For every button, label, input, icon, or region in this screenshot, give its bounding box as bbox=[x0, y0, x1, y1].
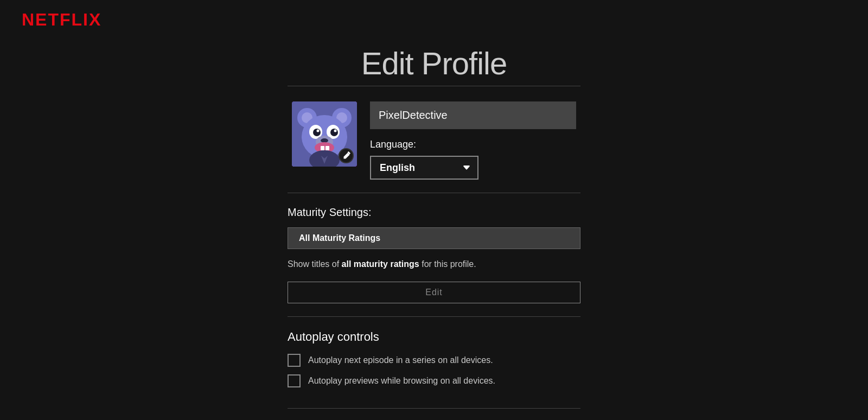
language-select[interactable]: English Spanish French German Portuguese bbox=[370, 156, 478, 180]
maturity-description: Show titles of all maturity ratings for … bbox=[288, 258, 580, 271]
maturity-desc-prefix: Show titles of bbox=[288, 259, 342, 269]
maturity-desc-suffix: for this profile. bbox=[419, 259, 476, 269]
main-content: Edit Profile bbox=[0, 40, 868, 420]
form-fields: Language: English Spanish French German … bbox=[370, 101, 576, 180]
profile-name-input[interactable] bbox=[370, 101, 576, 129]
avatar-container bbox=[292, 101, 357, 167]
maturity-edit-button[interactable]: Edit bbox=[288, 282, 580, 303]
avatar-edit-button[interactable] bbox=[339, 148, 354, 163]
svg-rect-15 bbox=[321, 146, 324, 150]
profile-section: Language: English Spanish French German … bbox=[292, 101, 576, 180]
autoplay-row-1: Autoplay next episode in a series on all… bbox=[288, 354, 580, 367]
section-divider-1 bbox=[288, 193, 580, 193]
pencil-icon bbox=[342, 151, 350, 160]
autoplay-previews-label: Autoplay previews while browsing on all … bbox=[308, 376, 495, 386]
section-divider-2 bbox=[288, 316, 580, 317]
maturity-desc-bold: all maturity ratings bbox=[342, 259, 419, 269]
autoplay-title: Autoplay controls bbox=[288, 330, 580, 344]
maturity-section-label: Maturity Settings: bbox=[288, 206, 580, 219]
autoplay-next-checkbox[interactable] bbox=[288, 354, 301, 367]
page-title: Edit Profile bbox=[361, 45, 507, 81]
autoplay-previews-checkbox[interactable] bbox=[288, 374, 301, 387]
svg-point-11 bbox=[334, 130, 337, 132]
header: NETFLIX bbox=[0, 0, 868, 40]
svg-point-10 bbox=[317, 130, 320, 132]
netflix-logo: NETFLIX bbox=[22, 10, 101, 30]
autoplay-next-label: Autoplay next episode in a series on all… bbox=[308, 355, 493, 365]
maturity-badge: All Maturity Ratings bbox=[288, 227, 580, 249]
autoplay-row-2: Autoplay previews while browsing on all … bbox=[288, 374, 580, 387]
language-label: Language: bbox=[370, 139, 576, 150]
svg-point-8 bbox=[313, 129, 321, 136]
maturity-section: Maturity Settings: All Maturity Ratings … bbox=[288, 206, 580, 303]
autoplay-section: Autoplay controls Autoplay next episode … bbox=[288, 330, 580, 395]
svg-point-9 bbox=[330, 129, 338, 136]
svg-rect-16 bbox=[326, 146, 329, 150]
title-divider bbox=[288, 86, 580, 86]
section-divider-3 bbox=[288, 408, 580, 409]
svg-point-13 bbox=[321, 138, 328, 143]
